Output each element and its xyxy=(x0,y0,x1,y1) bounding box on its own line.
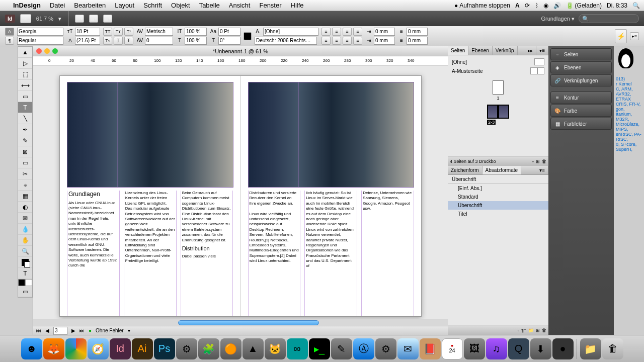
justify-icon[interactable]: ≡ xyxy=(353,28,362,36)
dock-quicktime-icon[interactable]: Q xyxy=(508,338,529,359)
horizontal-ruler[interactable]: 0204060801001201401601802002202402602803… xyxy=(33,56,448,65)
new-page-icon[interactable]: ⊞ xyxy=(536,159,540,164)
text-column-6[interactable]: Defense, Unternehmen wie Samsung, Siemen… xyxy=(361,191,414,316)
hero-image-frame-right[interactable] xyxy=(248,82,415,188)
minimize-window-icon[interactable] xyxy=(44,48,50,54)
justify-left-icon[interactable]: ≡ xyxy=(321,37,331,45)
strikethrough-icon[interactable]: T̶ xyxy=(124,37,133,45)
dock-app-4-icon[interactable]: ✎ xyxy=(331,338,352,359)
preflight-status-icon[interactable]: ● xyxy=(89,328,92,333)
menu-bearbeiten[interactable]: Bearbeiten xyxy=(74,2,106,9)
selection-tool-icon[interactable]: ▲ xyxy=(18,47,32,58)
small-caps-icon[interactable]: Tᴛ xyxy=(114,28,123,36)
page-thumb-1[interactable]: 1 xyxy=(493,80,504,101)
dock-app-3-icon[interactable]: 🟠 xyxy=(220,338,242,359)
horizontal-scrollbar[interactable] xyxy=(33,319,448,326)
style-groups-icon[interactable]: ▫ xyxy=(518,328,519,333)
tab-zeichenformate[interactable]: Zeichenform xyxy=(448,166,482,174)
kerning-input[interactable] xyxy=(145,28,173,36)
arrange-icon[interactable]: ▤▾ xyxy=(103,15,112,23)
tab-ebenen[interactable]: Ebenen xyxy=(468,46,492,55)
dock-photoshop-icon[interactable]: Ps xyxy=(154,338,175,359)
eyedropper-tool-icon[interactable]: 💧 xyxy=(18,224,32,235)
workspace-switcher[interactable]: Grundlagen ▾ xyxy=(541,16,575,22)
styles-panel-menu-icon[interactable]: ▾≡ xyxy=(536,166,548,174)
dock-app-6-icon[interactable]: ● xyxy=(552,338,574,359)
app-name[interactable]: InDesign xyxy=(13,2,41,9)
clock[interactable]: Di. 8:33 xyxy=(607,2,627,9)
fill-stroke-icon[interactable] xyxy=(18,257,32,268)
align-right-icon[interactable]: ≡ xyxy=(343,28,352,36)
style-ueberschrift[interactable]: Überschrift xyxy=(448,201,548,210)
direct-selection-tool-icon[interactable]: ▷ xyxy=(18,58,32,69)
page-spread[interactable]: Grundlagen Als Linux oder GNU/Linux (sie… xyxy=(59,75,422,317)
dock-itunes-icon[interactable]: ♫ xyxy=(486,338,507,359)
baseline-input[interactable] xyxy=(218,28,240,36)
hand-tool-icon[interactable]: ✋ xyxy=(18,235,32,246)
dock-folder-icon[interactable]: 📁 xyxy=(580,338,601,359)
close-window-icon[interactable] xyxy=(36,48,42,54)
cloud-sync-icon[interactable]: ⟳ xyxy=(525,2,530,9)
justify-center-icon[interactable]: ≡ xyxy=(332,37,341,45)
font-style-input[interactable] xyxy=(17,37,63,45)
page-nav-last-icon[interactable]: ⏭ xyxy=(79,328,85,333)
char-style-input[interactable] xyxy=(263,28,318,36)
zoom-level[interactable]: 61.7 % xyxy=(36,16,53,22)
clear-override-icon[interactable]: ¶⁺ xyxy=(521,328,526,333)
volume-icon[interactable]: 🔊 xyxy=(553,2,561,9)
help-search[interactable]: 🔍 xyxy=(579,14,639,23)
vscale-input[interactable] xyxy=(185,28,207,36)
tracking-input[interactable] xyxy=(145,37,173,45)
menu-schrift[interactable]: Schrift xyxy=(143,2,162,9)
page-thumb-2-3[interactable]: 2-3 xyxy=(487,105,509,125)
dock-app-5-icon[interactable]: ⬇ xyxy=(530,338,551,359)
dock-preferences-icon[interactable]: ⚙ xyxy=(375,338,396,359)
indent-left-input[interactable] xyxy=(374,28,395,36)
text-column-1[interactable]: Grundlagen Als Linux oder GNU/Linux (sie… xyxy=(67,191,120,316)
side-panel-kontur[interactable]: ≡Kontur xyxy=(550,92,612,104)
battery-icon[interactable]: 🔋 (Geladen) xyxy=(566,2,602,9)
menu-layout[interactable]: Layout xyxy=(115,2,134,9)
gradient-swatch-tool-icon[interactable]: ▦ xyxy=(18,191,32,202)
new-style-group-icon[interactable]: 📁 xyxy=(528,328,534,333)
font-size-input[interactable] xyxy=(75,28,100,36)
dock-calendar-icon[interactable]: ■24 xyxy=(442,338,463,359)
text-column-3[interactable]: Beim Gebrauch auf Computern kommen meist… xyxy=(181,191,233,316)
pencil-tool-icon[interactable]: ✎ xyxy=(18,135,32,146)
side-panel-verknuepfungen[interactable]: 🔗Verknüpfungen xyxy=(550,74,612,86)
wifi-icon[interactable]: ◉ xyxy=(543,2,548,9)
delete-page-icon[interactable]: 🗑 xyxy=(542,159,546,164)
subscript-icon[interactable]: T₁ xyxy=(103,37,112,45)
align-left-icon[interactable]: ≡ xyxy=(321,28,331,36)
line-tool-icon[interactable]: ╲ xyxy=(18,113,32,124)
bluetooth-icon[interactable]: ᛒ xyxy=(535,2,538,9)
gap-tool-icon[interactable]: ⟷ xyxy=(18,80,32,91)
page-nav-first-icon[interactable]: ⏮ xyxy=(36,328,41,333)
style-basic-paragraph[interactable]: [Einf. Abs.] xyxy=(448,184,548,193)
skew-input[interactable] xyxy=(218,37,240,45)
text-column-5[interactable]: lich häufig genutzt: So ist Linux im Ser… xyxy=(304,191,357,316)
master-a-row[interactable]: A-Musterseite xyxy=(450,66,546,75)
preflight-status[interactable]: Ohne Fehler xyxy=(96,328,124,333)
char-formatting-icon[interactable]: A xyxy=(5,28,14,36)
hscale-input[interactable] xyxy=(185,37,207,45)
dock-appstore-icon[interactable]: Ⓐ xyxy=(353,338,374,359)
dock-scratch-icon[interactable]: 🐱 xyxy=(265,338,286,359)
edit-page-size-icon[interactable]: ▫ xyxy=(532,159,534,164)
note-tool-icon[interactable]: ✉ xyxy=(18,213,32,224)
content-collector-icon[interactable]: ▭ xyxy=(18,91,32,102)
align-center-icon[interactable]: ≡ xyxy=(332,28,341,36)
language-input[interactable] xyxy=(255,37,317,45)
dock-chrome-icon[interactable] xyxy=(65,338,87,359)
dock-vlc-icon[interactable]: ▲ xyxy=(243,338,264,359)
page-tool-icon[interactable]: ⬚ xyxy=(18,69,32,80)
side-panel-farbe[interactable]: 🎨Farbe xyxy=(550,105,612,117)
panel-menu-icon[interactable]: ▸≡ xyxy=(630,32,639,40)
dock-preview-icon[interactable]: 🖼 xyxy=(464,338,485,359)
dock-terminal-icon[interactable]: ▸_ xyxy=(309,338,330,359)
page-nav-prev-icon[interactable]: ◀ xyxy=(45,328,49,333)
space-before-input[interactable] xyxy=(407,28,428,36)
dock-illustrator-icon[interactable]: Ai xyxy=(132,338,153,359)
text-column-4[interactable]: Distributoren und versierte Benutzer den… xyxy=(248,191,301,316)
page-nav-next-icon[interactable]: ▶ xyxy=(71,328,75,333)
